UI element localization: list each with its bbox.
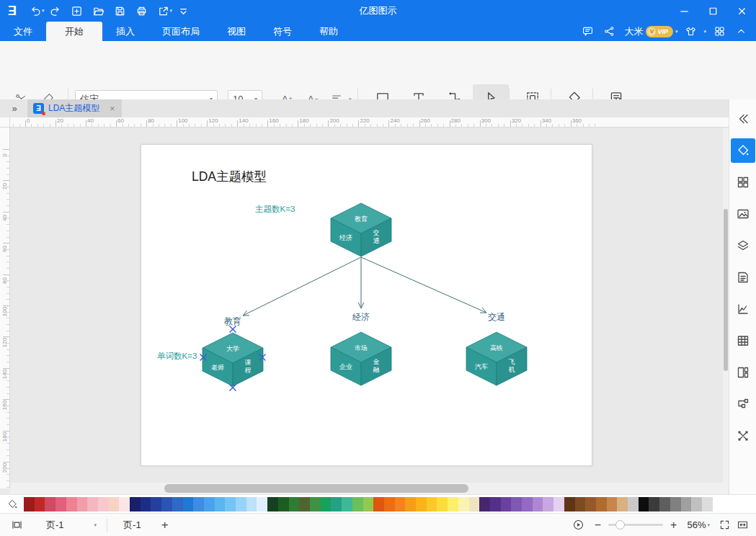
menu-item-帮助[interactable]: 帮助: [306, 22, 352, 41]
color-swatch[interactable]: [427, 497, 437, 512]
fill-color-bucket-icon[interactable]: [0, 499, 24, 510]
connector-line[interactable]: [361, 257, 486, 313]
cube-left-label[interactable]: 企业: [339, 363, 352, 370]
cube-right-label[interactable]: 飞机: [509, 358, 515, 373]
color-swatch[interactable]: [373, 497, 384, 512]
sidebar-picture-icon[interactable]: [731, 202, 755, 226]
annotation-label[interactable]: 单词数K=3: [157, 352, 197, 360]
open-file-button[interactable]: [88, 1, 110, 20]
close-button[interactable]: [727, 0, 756, 22]
color-swatch[interactable]: [564, 497, 575, 512]
quick-access-more-button[interactable]: [172, 1, 194, 20]
page-view-icon[interactable]: [0, 519, 33, 531]
color-swatch[interactable]: [236, 497, 246, 512]
cube-top-label[interactable]: 高铁: [490, 344, 503, 352]
color-swatch[interactable]: [225, 497, 236, 512]
diagram-title[interactable]: LDA主题模型: [192, 169, 267, 184]
color-swatch[interactable]: [119, 497, 130, 512]
color-swatch[interactable]: [533, 497, 543, 512]
color-swatch[interactable]: [109, 497, 120, 512]
sidebar-note-icon[interactable]: [731, 265, 755, 290]
cube-left-label[interactable]: 老师: [211, 364, 224, 371]
minimize-button[interactable]: [670, 0, 698, 22]
color-swatch[interactable]: [55, 497, 66, 512]
sidebar-chart-icon[interactable]: [731, 297, 755, 321]
cube-top-label[interactable]: 教育: [355, 215, 368, 223]
zoom-level-value[interactable]: 56%: [687, 519, 706, 530]
color-swatch[interactable]: [713, 497, 724, 512]
page-selector-label[interactable]: 页-1: [46, 519, 64, 532]
redo-button[interactable]: [45, 1, 66, 20]
color-swatch[interactable]: [257, 497, 267, 512]
apps-grid-icon[interactable]: [708, 22, 730, 41]
color-swatch[interactable]: [585, 497, 596, 512]
color-swatch[interactable]: [469, 497, 480, 512]
color-swatch[interactable]: [172, 497, 183, 512]
color-swatch[interactable]: [183, 497, 194, 512]
topic-node-label[interactable]: 教育: [224, 316, 241, 326]
page-selector-caret[interactable]: ▾: [94, 522, 97, 528]
sidebar-layers-icon[interactable]: [731, 233, 755, 258]
zoom-out-button[interactable]: −: [595, 519, 601, 532]
share-icon[interactable]: [598, 22, 620, 41]
color-swatch[interactable]: [405, 497, 416, 512]
color-swatch[interactable]: [384, 497, 395, 512]
zoom-in-button[interactable]: +: [670, 519, 677, 532]
color-swatch[interactable]: [596, 497, 607, 512]
menu-item-视图[interactable]: 视图: [213, 22, 259, 41]
color-swatch[interactable]: [575, 497, 586, 512]
color-swatch[interactable]: [141, 497, 151, 512]
fullscreen-button[interactable]: [719, 519, 731, 531]
topic-node-label[interactable]: 交通: [488, 312, 505, 322]
fit-to-window-button[interactable]: [737, 519, 749, 531]
menu-item-符号[interactable]: 符号: [259, 22, 306, 41]
horizontal-scrollbar[interactable]: [10, 483, 729, 494]
color-swatch[interactable]: [342, 497, 352, 512]
maximize-button[interactable]: [698, 0, 727, 22]
cube-top-label[interactable]: 大学: [226, 345, 239, 352]
color-swatch[interactable]: [24, 497, 35, 512]
vip-badge[interactable]: V VIP: [646, 26, 673, 37]
color-swatch[interactable]: [543, 497, 553, 512]
feedback-icon[interactable]: [577, 22, 598, 41]
color-swatch[interactable]: [35, 497, 45, 512]
annotation-label[interactable]: 主题数K=3: [255, 205, 295, 213]
color-swatch[interactable]: [321, 497, 332, 512]
menu-item-文件[interactable]: 文件: [0, 22, 46, 41]
new-document-button[interactable]: [66, 1, 88, 20]
color-swatch[interactable]: [458, 497, 469, 512]
sidebar-fill-style-icon[interactable]: [731, 138, 755, 163]
color-swatch[interactable]: [161, 497, 172, 512]
cube-right-label[interactable]: 金融: [373, 358, 380, 373]
color-swatch[interactable]: [501, 497, 512, 512]
drawing-canvas[interactable]: 教育经济交通大学老师课程市场企业金融高铁汽车飞机教育经济交通主题数K=3单词数K…: [10, 128, 729, 494]
color-swatch[interactable]: [691, 497, 702, 512]
collapse-ribbon-icon[interactable]: [730, 22, 752, 41]
menu-item-开始[interactable]: 开始: [46, 22, 102, 41]
color-swatch[interactable]: [490, 497, 501, 512]
color-swatch[interactable]: [363, 497, 374, 512]
sidebar-auto-connect-icon[interactable]: [731, 424, 755, 448]
menu-item-页面布局[interactable]: 页面布局: [148, 22, 213, 41]
connector-line[interactable]: [243, 257, 361, 316]
color-swatch[interactable]: [215, 497, 226, 512]
zoom-slider-thumb[interactable]: [615, 520, 625, 530]
color-swatch[interactable]: [659, 497, 670, 512]
color-swatch[interactable]: [639, 497, 649, 512]
tab-expander-icon[interactable]: »: [0, 103, 27, 114]
color-swatch[interactable]: [702, 497, 713, 512]
current-page-tab[interactable]: 页-1: [123, 519, 141, 532]
color-swatch[interactable]: [416, 497, 427, 512]
color-swatch[interactable]: [553, 497, 564, 512]
color-swatch[interactable]: [617, 497, 628, 512]
app-logo-icon[interactable]: Ǝ: [0, 4, 25, 19]
color-swatch[interactable]: [331, 497, 342, 512]
color-swatch[interactable]: [628, 497, 639, 512]
tab-close-icon[interactable]: ×: [110, 104, 115, 114]
sidebar-collapse-icon[interactable]: [731, 107, 755, 131]
color-swatch[interactable]: [289, 497, 300, 512]
color-swatch[interactable]: [395, 497, 406, 512]
vertical-scrollbar[interactable]: [723, 128, 729, 483]
color-swatch[interactable]: [98, 497, 109, 512]
sidebar-symbol-library-icon[interactable]: [731, 170, 755, 195]
